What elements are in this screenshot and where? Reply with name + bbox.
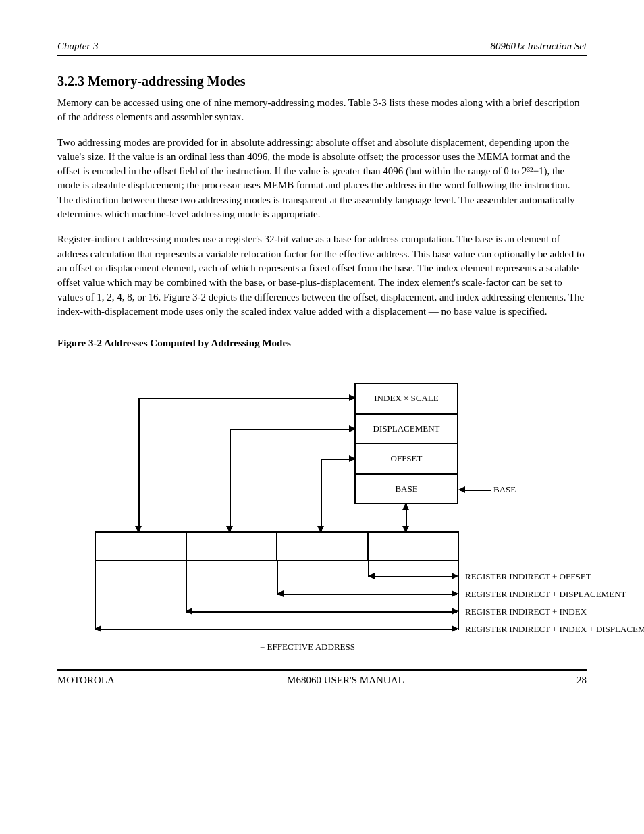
figure-diagram: INDEX × SCALE DISPLACEMENT OFFSET BASE B… [57, 356, 587, 646]
stack-cell: DISPLACEMENT [356, 413, 457, 444]
footer-rule [57, 669, 587, 671]
base-label: BASE [493, 484, 516, 495]
connector-v3 [321, 459, 322, 531]
mode-label-4: REGISTER INDIRECT + INDEX + DISPLACEMENT [465, 624, 644, 635]
paragraph-2: Two addressing modes are provided for in… [57, 136, 587, 222]
ea-label: = EFFECTIVE ADDRESS [260, 642, 355, 652]
tick [186, 561, 187, 613]
connector-v1 [138, 398, 140, 531]
span-3 [187, 611, 457, 613]
mode-label-1: REGISTER INDIRECT + OFFSET [465, 571, 591, 582]
connector-d1 [138, 523, 140, 531]
register-stack: INDEX × SCALE DISPLACEMENT OFFSET BASE [354, 383, 458, 504]
chapter-label: Chapter 3 [57, 41, 98, 52]
connector-h1 [138, 398, 354, 399]
span-1 [369, 576, 457, 577]
memory-cell [276, 533, 367, 560]
footer-page: 28 [576, 675, 587, 686]
paragraph-3: Register-indirect addressing modes use a… [57, 232, 587, 319]
header-rule [57, 55, 587, 56]
arrow-base-in [460, 490, 491, 491]
stack-cell: INDEX × SCALE [356, 384, 457, 413]
memory-cell [186, 533, 277, 560]
span-4 [96, 629, 457, 630]
mode-label-3: REGISTER INDIRECT + INDEX [465, 606, 587, 617]
arrow-stack-to-row [406, 504, 407, 531]
span-2 [278, 594, 457, 595]
figure-caption: Figure 3-2 Addresses Computed by Address… [57, 338, 587, 349]
section-heading: 3.2.3 Memory-addressing Modes [57, 74, 587, 89]
mode-label-2: REGISTER INDIRECT + DISPLACEMENT [465, 589, 626, 600]
connector-h3 [321, 459, 354, 460]
footer-title: M68060 USER'S MANUAL [287, 675, 404, 686]
connector-d3 [321, 523, 322, 531]
stack-cell: BASE [356, 473, 457, 504]
memory-cell [96, 533, 186, 560]
footer-left: MOTOROLA [57, 675, 115, 686]
tick [95, 561, 96, 630]
memory-row [95, 531, 459, 561]
connector-d2 [230, 523, 231, 531]
paragraph-1: Memory can be accessed using one of nine… [57, 96, 587, 125]
connector-h2 [230, 429, 354, 430]
connector-v2 [230, 429, 231, 531]
stack-cell: OFFSET [356, 443, 457, 473]
memory-cell [367, 533, 458, 560]
chapter-title: 80960Jx Instruction Set [491, 41, 587, 52]
footer: MOTOROLA M68060 USER'S MANUAL 28 [57, 669, 587, 686]
